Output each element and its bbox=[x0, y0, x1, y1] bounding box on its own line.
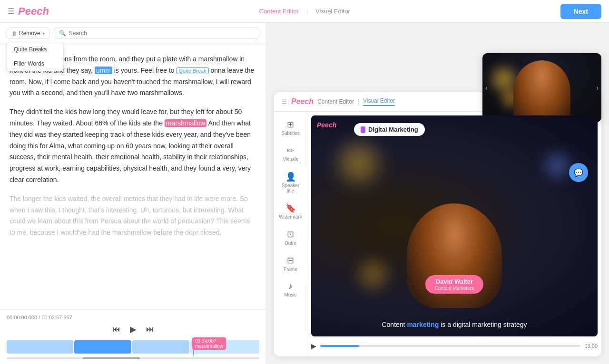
side-icon-visuals[interactable]: ✏ Visuals bbox=[276, 142, 305, 166]
waveform-tooltip: 03:34:007 marshmallow bbox=[192, 337, 226, 350]
vc-time: 03:00 bbox=[584, 343, 598, 349]
total-time: 00:02:57.667 bbox=[41, 315, 72, 320]
watermark-label: Watermark bbox=[279, 214, 302, 220]
ve-logo: Peech bbox=[291, 97, 314, 106]
search-box: 🔍 bbox=[54, 28, 259, 39]
topbar-right: Next bbox=[560, 4, 601, 19]
subtitles-label: Subtitles bbox=[281, 131, 299, 136]
vc-play-button[interactable]: ▶ bbox=[311, 342, 316, 350]
side-icon-music[interactable]: ♪ Music bbox=[276, 278, 305, 301]
menu-icon[interactable]: ☰ bbox=[8, 7, 14, 16]
tab-divider: | bbox=[306, 8, 308, 15]
topic-badge-text: Digital Marketing bbox=[368, 126, 418, 133]
right-side: ‹ › ☰ Peech Content Editor | Visual Edit… bbox=[266, 23, 609, 364]
highlight-marshmallow[interactable]: marshmallow bbox=[165, 119, 206, 127]
paragraph-3-faded: The longer the kids waited, the overall … bbox=[10, 193, 256, 239]
preview-photo-bg: ‹ › bbox=[482, 53, 601, 122]
playhead bbox=[193, 338, 194, 355]
side-icon-speaker-title[interactable]: 👤 Speaker title bbox=[276, 168, 305, 197]
side-icon-watermark[interactable]: 🔖 Watermark bbox=[276, 199, 305, 223]
search-input[interactable] bbox=[69, 30, 254, 37]
skip-forward-button[interactable]: ⏭ bbox=[146, 325, 154, 334]
ve-tab-content-editor[interactable]: Content Editor bbox=[317, 98, 354, 105]
player-controls: ⏮ ▶ ⏭ bbox=[7, 324, 259, 335]
speaker-title-label: Speaker title bbox=[278, 183, 303, 193]
wave-segment-1 bbox=[7, 340, 73, 354]
subtitle-word-content: Content bbox=[382, 321, 405, 328]
ve-tabs: Content Editor | Visual Editor bbox=[317, 97, 395, 106]
ve-tab-visual-editor[interactable]: Visual Editor bbox=[363, 97, 395, 106]
subtitle-word-rest: is a digital marketing strategy bbox=[441, 321, 527, 328]
name-badge: David Walter Content Marketers bbox=[425, 275, 483, 294]
side-icon-subtitles[interactable]: ⊞ Subtitles bbox=[276, 115, 305, 140]
text-after-umm: is yours. Feel free to bbox=[114, 67, 175, 74]
person-photo bbox=[513, 60, 570, 122]
ve-menu-icon[interactable]: ☰ bbox=[282, 98, 287, 105]
next-button[interactable]: Next bbox=[560, 4, 601, 19]
subtitles-icon: ⊞ bbox=[287, 119, 294, 130]
outro-icon: ⊡ bbox=[287, 229, 294, 239]
watermark-icon: 🔖 bbox=[285, 203, 296, 213]
main-container: 🗑 Remove ▾ Quite Breaks Filler Words 🔍 s… bbox=[0, 23, 609, 364]
left-panel: 🗑 Remove ▾ Quite Breaks Filler Words 🔍 s… bbox=[0, 23, 266, 364]
ve-topbar-left: ☰ Peech Content Editor | Visual Editor bbox=[282, 97, 395, 106]
video-logo-watermark: Peech bbox=[317, 121, 336, 129]
visuals-label: Visuals bbox=[283, 157, 298, 162]
outro-label: Outro bbox=[285, 240, 296, 246]
text-area: s, and all distractions from the room, a… bbox=[0, 44, 266, 309]
video-bokeh-1 bbox=[340, 144, 378, 182]
text-before-marshmallow: They didn't tell the kids how long they … bbox=[10, 108, 242, 127]
subtitle-text-content: Content marketing is a digital marketing… bbox=[382, 321, 527, 328]
highlight-umm[interactable]: umm bbox=[95, 67, 112, 74]
remove-label: Remove bbox=[19, 30, 40, 37]
preview-nav-right[interactable]: › bbox=[596, 84, 599, 92]
tab-visual-editor[interactable]: Visual Editor bbox=[312, 6, 354, 17]
dropdown-item-quite-breaks[interactable]: Quite Breaks bbox=[7, 42, 63, 57]
bokeh-1 bbox=[492, 67, 516, 91]
app-logo: Peech bbox=[18, 5, 49, 18]
search-icon: 🔍 bbox=[59, 30, 66, 37]
visuals-icon: ✏ bbox=[287, 145, 294, 156]
video-frame: Peech Digital Marketing David Walter Con… bbox=[311, 115, 598, 336]
video-bokeh-3 bbox=[545, 153, 569, 177]
progress-bar[interactable] bbox=[320, 345, 580, 347]
preview-nav-left[interactable]: ‹ bbox=[485, 84, 488, 92]
speaker-title-icon: 👤 bbox=[285, 172, 296, 182]
topbar-left: ☰ Peech bbox=[8, 5, 49, 18]
topbar-center: Content Editor | Visual Editor bbox=[49, 6, 560, 17]
side-icon-outro[interactable]: ⊡ Outro bbox=[276, 225, 305, 249]
side-icon-frame[interactable]: ⊟ Frame bbox=[276, 251, 305, 276]
tab-content-editor[interactable]: Content Editor bbox=[255, 6, 303, 17]
toolbar: 🗑 Remove ▾ Quite Breaks Filler Words 🔍 bbox=[0, 23, 266, 44]
dropdown-item-filler-words[interactable]: Filler Words bbox=[7, 57, 63, 71]
player-bar: 00:00:00.000 / 00:02:57.667 ⏮ ▶ ⏭ 03:34:… bbox=[0, 309, 266, 364]
wave-segment-2 bbox=[74, 340, 131, 354]
chat-bubble: 💬 bbox=[569, 163, 588, 182]
chevron-down-icon: ▾ bbox=[42, 31, 45, 36]
time-separator: / bbox=[39, 315, 40, 320]
name-badge-name: David Walter bbox=[435, 278, 474, 285]
skip-back-button[interactable]: ⏮ bbox=[113, 325, 120, 334]
current-time: 00:00:00.000 bbox=[7, 315, 37, 320]
play-button[interactable]: ▶ bbox=[130, 324, 137, 335]
dropdown-menu: Quite Breaks Filler Words bbox=[7, 42, 64, 71]
topbar: ☰ Peech Content Editor | Visual Editor N… bbox=[0, 0, 609, 23]
tooltip-label: marshmallow bbox=[195, 344, 223, 349]
top-right-preview: ‹ › bbox=[482, 53, 601, 122]
video-preview: Peech Digital Marketing David Walter Con… bbox=[307, 112, 601, 356]
tag-quiet-break[interactable]: Quite Break bbox=[176, 67, 208, 74]
name-badge-role: Content Marketers bbox=[435, 286, 474, 291]
subtitle-bar: Content marketing is a digital marketing… bbox=[311, 320, 598, 329]
topic-badge-dot bbox=[361, 126, 365, 133]
player-time: 00:00:00.000 / 00:02:57.667 bbox=[7, 315, 259, 320]
scrollbar-track bbox=[7, 357, 259, 359]
remove-icon: 🗑 bbox=[12, 30, 17, 36]
subtitle-word-highlight: marketing bbox=[407, 321, 439, 328]
ve-content: ⊞ Subtitles ✏ Visuals 👤 Speaker title 🔖 … bbox=[274, 112, 601, 356]
video-bokeh-2 bbox=[359, 260, 387, 289]
music-label: Music bbox=[284, 292, 296, 297]
scrollbar-thumb[interactable] bbox=[83, 357, 140, 359]
topic-badge: Digital Marketing bbox=[354, 123, 425, 136]
waveform-container: 03:34:007 marshmallow bbox=[7, 338, 259, 355]
remove-button[interactable]: 🗑 Remove ▾ bbox=[7, 28, 50, 39]
